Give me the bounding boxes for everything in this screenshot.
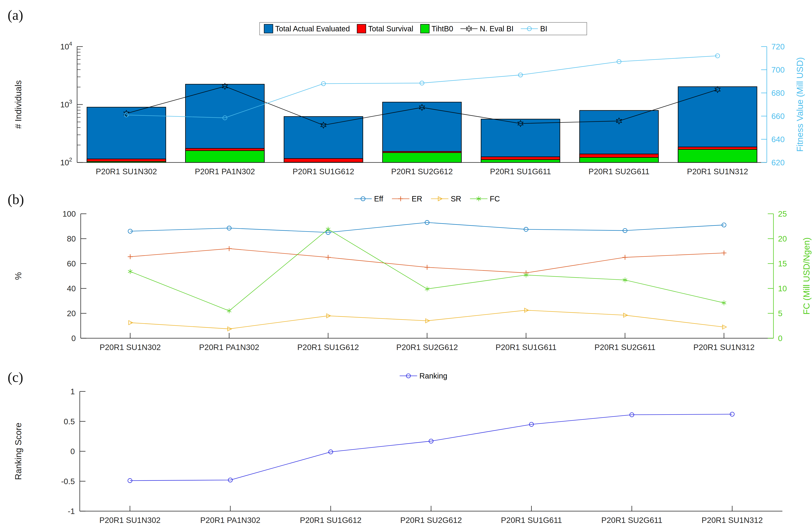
- bar-total-actual-evaluated: [87, 107, 166, 162]
- series-line: [130, 223, 724, 232]
- bar-tihtb0: [481, 160, 560, 162]
- marker-asterisk: [722, 300, 726, 305]
- x-tick-label: P20R1 SU1N312: [702, 516, 763, 525]
- y-axis-right-title: FC (Mill USD/Ngen): [801, 237, 811, 314]
- legend-label: Total Actual Evaluated: [275, 25, 350, 33]
- y-tick-label: 640: [771, 135, 785, 144]
- y-tick-label: 25: [778, 210, 787, 218]
- y-tick-label: 103: [60, 99, 72, 109]
- x-tick-label: P20R1 SU1G612: [298, 343, 359, 352]
- x-tick-label: P20R1 SU2G612: [391, 167, 453, 176]
- bar-tihtb0: [186, 151, 264, 162]
- y-axis-left-title: Ranking Score: [13, 423, 23, 480]
- y-axis-left-title: %: [13, 272, 23, 280]
- y-axis-left: 020406080100: [62, 210, 86, 343]
- y-tick-label: 0: [71, 334, 76, 343]
- legend-label: Ranking: [420, 372, 447, 380]
- series-ranking: [128, 412, 734, 483]
- bars: [87, 84, 757, 162]
- y-tick-label: 60: [67, 259, 76, 268]
- bar-total-actual-evaluated: [481, 119, 560, 162]
- bar-tihtb0: [580, 158, 658, 162]
- y-tick-label: 680: [771, 88, 785, 98]
- panel-b: 0204060801000510152025P20R1 SU1N302P20R1…: [13, 195, 811, 352]
- x-tick-label: P20R1 SU1N312: [687, 167, 748, 176]
- x-tick-label: P20R1 PA1N302: [200, 516, 260, 525]
- y-tick-label: 620: [771, 158, 785, 167]
- x-tick-label: P20R1 SU1N302: [100, 343, 161, 352]
- legend-label: SR: [451, 195, 461, 203]
- marker-plus: [722, 251, 726, 255]
- y-tick-label: 0: [778, 334, 782, 343]
- panel-a: 102103104620640660680700720P20R1 SU1N302…: [13, 23, 805, 176]
- x-tick-label: P20R1 SU1G611: [501, 516, 562, 525]
- legend-label: ER: [412, 195, 422, 203]
- y-tick-label: 0.5: [64, 417, 75, 426]
- legend-items: Ranking: [400, 372, 447, 380]
- panel-label-b: (b): [8, 192, 24, 206]
- y-tick-label: 20: [67, 309, 76, 318]
- x-tick-label: P20R1 SU1N302: [99, 516, 160, 525]
- x-tick-label: P20R1 PA1N302: [199, 343, 259, 352]
- x-tick-label: P20R1 PA1N302: [195, 167, 255, 176]
- y-tick-label: 720: [771, 42, 785, 51]
- series-sr: [129, 308, 727, 331]
- x-tick-label: P20R1 SU1G611: [490, 167, 551, 176]
- legend-swatch: [357, 24, 366, 33]
- legend-label: TihtB0: [432, 25, 453, 33]
- x-tick-label: P20R1 SU2G611: [589, 167, 650, 176]
- y-tick-label: 0: [70, 447, 75, 456]
- y-tick-label: 104: [60, 41, 72, 51]
- x-tick-label: P20R1 SU2G611: [601, 516, 662, 525]
- series-line: [130, 229, 724, 311]
- marker-plus: [227, 246, 232, 251]
- series-eff: [128, 220, 726, 234]
- legend-items: EffERSRFC: [354, 195, 500, 203]
- legend-label: Total Survival: [368, 25, 414, 33]
- y-tick-label: 80: [67, 234, 76, 243]
- y-tick-label: 20: [778, 234, 787, 243]
- x-tick-label: P20R1 SU1G611: [495, 343, 556, 352]
- x-tick-label: P20R1 SU1G612: [300, 516, 362, 525]
- series-fc: [128, 227, 726, 313]
- x-tick-label: P20R1 SU2G611: [595, 343, 655, 352]
- x-tick-labels: P20R1 SU1N302P20R1 PA1N302P20R1 SU1G612P…: [96, 167, 748, 176]
- figure-svg: 102103104620640660680700720P20R1 SU1N302…: [0, 0, 812, 529]
- figure: 102103104620640660680700720P20R1 SU1N302…: [0, 0, 812, 529]
- legend-swatch: [420, 24, 429, 33]
- marker-plus: [128, 254, 133, 259]
- panel-label-c: (c): [8, 370, 23, 384]
- y-tick-label: 15: [778, 259, 787, 268]
- x-tick-label: P20R1 SU1N312: [693, 343, 754, 352]
- axes: [80, 391, 782, 511]
- x-tick-label: P20R1 SU1G612: [293, 167, 354, 176]
- x-tick-labels: P20R1 SU1N302P20R1 PA1N302P20R1 SU1G612P…: [100, 343, 754, 352]
- marker-asterisk: [227, 309, 231, 313]
- bar-total-actual-evaluated: [284, 116, 363, 162]
- x-ticks: [130, 333, 724, 338]
- y-tick-label: 700: [771, 66, 785, 74]
- legend-label: BI: [540, 25, 547, 33]
- y-tick-label: 40: [67, 284, 76, 293]
- legend-swatch: [264, 24, 273, 33]
- bar-tihtb0: [678, 149, 757, 162]
- y-tick-label: 102: [60, 157, 72, 167]
- series-er: [128, 246, 727, 275]
- marker-plus: [425, 265, 430, 270]
- y-tick-label: 660: [771, 112, 785, 121]
- y-tick-label: 5: [778, 309, 782, 318]
- series-line: [130, 414, 732, 481]
- marker-plus: [326, 255, 331, 260]
- x-ticks: [130, 506, 732, 511]
- x-tick-label: P20R1 SU2G612: [396, 343, 458, 352]
- marker-plus: [623, 255, 627, 260]
- marker-plus: [398, 196, 403, 201]
- x-tick-labels: P20R1 SU1N302P20R1 PA1N302P20R1 SU1G612P…: [99, 516, 763, 525]
- legend-label: N. Eval BI: [480, 25, 514, 33]
- legend-label: FC: [490, 195, 500, 203]
- panel-c: -1-0.500.51P20R1 SU1N302P20R1 PA1N302P20…: [13, 372, 782, 525]
- y-axis-right-title: Fitness Value (Mill USD): [795, 57, 805, 152]
- legend-a: Total Actual EvaluatedTotal SurvivalTiht…: [260, 23, 587, 35]
- y-axis-right: 620640660680700720: [761, 42, 785, 167]
- y-tick-label: -1: [68, 507, 75, 516]
